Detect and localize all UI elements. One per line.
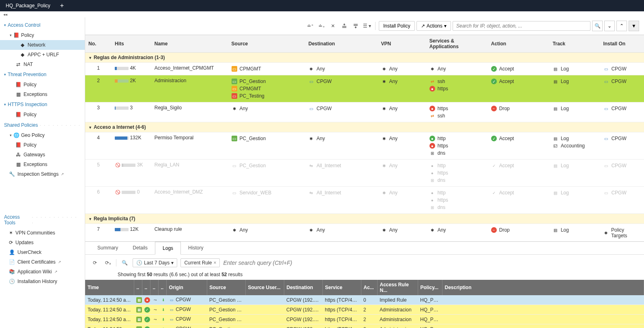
log-row[interactable]: Today, 11:24:50 a. m. ▦ ✓ ⤳ ⬇ ▭ CPGW PC_… (85, 305, 644, 315)
sidebar-inspection-settings[interactable]: 🔧 Inspection Settings↗ (0, 169, 85, 179)
prev-match-button[interactable]: ⌃ (616, 21, 627, 31)
sidebar-vpn[interactable]: ✶VPN Communities (0, 228, 85, 238)
accept-icon: ✓ (491, 163, 497, 168)
col-action[interactable]: Action (488, 35, 550, 53)
add-section-above-button[interactable] (339, 21, 349, 31)
filter-button[interactable]: ▼ (629, 21, 639, 31)
col-destination[interactable]: Destination (305, 35, 378, 53)
cell-dest: CPGW (192.168... (284, 315, 322, 324)
section-row[interactable]: ▼Regla Implicita (7) (85, 214, 644, 224)
auto-refresh-button[interactable]: ⟳ₐ (103, 258, 113, 268)
query-button[interactable]: 🔍 (120, 258, 129, 268)
sidebar-geo-policy[interactable]: ▾ 🌐 Geo Policy (0, 130, 85, 140)
log-search-input[interactable] (223, 260, 639, 266)
col-source[interactable]: Source (228, 35, 305, 53)
label: UserCheck (17, 249, 41, 255)
external-icon: ↗ (54, 270, 58, 274)
rule-row[interactable]: 1 4K Acceso_Internet_CPMGMT ▭CPMGMT ✱Any… (85, 63, 644, 75)
rule-row[interactable]: 4 132K Permiso Temporal ▭PC_Gestion ✱Any… (85, 132, 644, 160)
any-icon: ✱ (429, 66, 435, 72)
add-rule-below-button[interactable]: ≐₊ (317, 21, 326, 31)
col-srcuser[interactable]: Source User... (245, 280, 284, 295)
col-mini[interactable]: .. (142, 280, 150, 295)
sidebar-item-geo-policy[interactable]: 📕 Policy (0, 140, 85, 150)
sidebar-item-network[interactable]: ◆ Network (0, 40, 85, 50)
sidebar-clientcert[interactable]: 📄Client Certificates↗ (0, 257, 85, 267)
log-icon: ▤ (553, 136, 558, 141)
gateway-icon: ▭ (603, 163, 609, 168)
col-track[interactable]: Track (550, 35, 600, 53)
add-rule-above-button[interactable]: ≐⁺ (305, 21, 315, 31)
add-section-below-button[interactable] (351, 21, 361, 31)
col-policy[interactable]: Policy... (418, 280, 442, 295)
gateway-icon: 🖧 (15, 152, 21, 158)
sidebar-item-tp-exceptions[interactable]: ▦ Exceptions (0, 89, 85, 99)
cell-services: ●http ●https ⊞dns (426, 160, 488, 187)
tab-logs[interactable]: Logs (155, 242, 181, 255)
col-dest[interactable]: Destination (284, 280, 322, 295)
rule-row-disabled[interactable]: 6 🚫 0 Acceso_Internet_DMZ ▭Servidor_WEB … (85, 187, 644, 214)
cell-policy: HQ_Pac... (418, 295, 442, 305)
sidebar-threat-prevention[interactable]: ▾ Threat Prevention (0, 69, 85, 80)
actions-button[interactable]: ↗Actions ▾ (416, 21, 451, 31)
collapse-hint[interactable]: ◂◂ (0, 11, 644, 17)
current-rule-chip[interactable]: Current Rule × (180, 258, 220, 267)
sidebar-installhist[interactable]: 🕓Installation History (0, 277, 85, 286)
tab-details[interactable]: Details (125, 242, 155, 254)
rule-row-selected[interactable]: 2 2K Administracion ▭PC_Gestion ▭CPMGMT … (85, 75, 644, 102)
sidebar-appwiki[interactable]: 📚Application Wiki↗ (0, 267, 85, 277)
sidebar-updates[interactable]: ⟳Updates (0, 238, 85, 247)
sidebar-item-nat[interactable]: ⇄ NAT (0, 60, 85, 69)
next-match-button[interactable]: ⌄ (604, 21, 615, 31)
log-row[interactable]: Today, 11:24:50 a. m. ▦ ✓ ⤳ ⬇ ▭ CPGW PC_… (85, 315, 644, 324)
col-time[interactable]: Time (85, 280, 134, 295)
rule-row-disabled[interactable]: 5 🚫 3K Regla_LAN ▭PC_Gestion ⇆All_Intern… (85, 160, 644, 187)
refresh-button[interactable]: ⟳ (90, 258, 100, 268)
tab-hq-package[interactable]: HQ_Package_Policy (0, 0, 56, 11)
col-service[interactable]: Service (322, 280, 361, 295)
sidebar-item-gateways[interactable]: 🖧 Gateways (0, 150, 85, 160)
section-row[interactable]: ▼Reglas de Administracion (1-3) (85, 53, 644, 63)
col-name[interactable]: Name (151, 35, 228, 53)
time-range-chip[interactable]: 🕓Last 7 Days ▾ (133, 258, 177, 267)
col-origin[interactable]: Origin (166, 280, 207, 295)
sidebar-usercheck[interactable]: 👤UserCheck (0, 247, 85, 257)
col-desc[interactable]: Description (442, 280, 644, 295)
section-row[interactable]: ▼Acceso a Internet (4-6) (85, 122, 644, 132)
col-hits[interactable]: Hits (112, 35, 151, 53)
rules-search[interactable] (453, 21, 590, 31)
rule-row[interactable]: 7 12K Cleanup rule ✱Any ✱Any ✱Any ✱Any −… (85, 224, 644, 242)
cell-install: ▭CPGW (600, 63, 644, 75)
sidebar-item-appc[interactable]: ◆ APPC + URLF (0, 50, 85, 60)
sidebar-item-exceptions[interactable]: ▦ Exceptions (0, 160, 85, 169)
col-mini[interactable]: .. (158, 280, 166, 295)
log-row[interactable]: Today, 11:24:50 a. m. ▦ ✓ ⤳ ⬇ ▭ CPGW PC_… (85, 324, 644, 328)
sidebar-item-tp-policy[interactable]: 📕 Policy (0, 80, 85, 89)
sidebar-item-https-policy[interactable]: 📕 Policy (0, 110, 85, 119)
col-rule[interactable]: Access Rule N... (377, 280, 418, 295)
sidebar-https-inspection[interactable]: ▾ HTTPS Inspection (0, 99, 85, 110)
search-input[interactable] (456, 23, 587, 29)
tab-add-button[interactable]: + (56, 0, 68, 11)
cell-vpn: ✱Any (378, 224, 426, 242)
log-row[interactable]: Today, 11:24:50 a. m. ▦ ● ⤳ ⬇ ▭ CPGW PC_… (85, 295, 644, 305)
install-policy-button[interactable]: Install Policy (379, 21, 415, 31)
col-mini[interactable]: .. (150, 280, 158, 295)
col-source[interactable]: Source (207, 280, 245, 295)
col-ac[interactable]: Ac... (361, 280, 377, 295)
col-services[interactable]: Services & Applications (426, 35, 488, 53)
col-vpn[interactable]: VPN (378, 35, 426, 53)
col-no[interactable]: No. (85, 35, 112, 53)
tab-summary[interactable]: Summary (90, 242, 125, 254)
rule-row[interactable]: 3 3 Regla_Sigilo ✱Any ▭CPGW ✱Any ●https … (85, 102, 644, 122)
close-icon[interactable]: × (213, 260, 216, 266)
view-options-button[interactable]: ☰ ▾ (362, 21, 372, 31)
col-mini[interactable]: .. (134, 280, 142, 295)
sidebar-policy[interactable]: ▾ 📕 Policy (0, 30, 85, 40)
sidebar-access-control[interactable]: ▾ Access Control (0, 20, 85, 30)
col-install[interactable]: Install On (600, 35, 644, 53)
search-button[interactable]: 🔍 (592, 21, 603, 31)
tab-history[interactable]: History (181, 242, 210, 254)
cell-install: ▭CPGW (600, 160, 644, 187)
delete-rule-button[interactable]: ✕ (328, 21, 338, 31)
